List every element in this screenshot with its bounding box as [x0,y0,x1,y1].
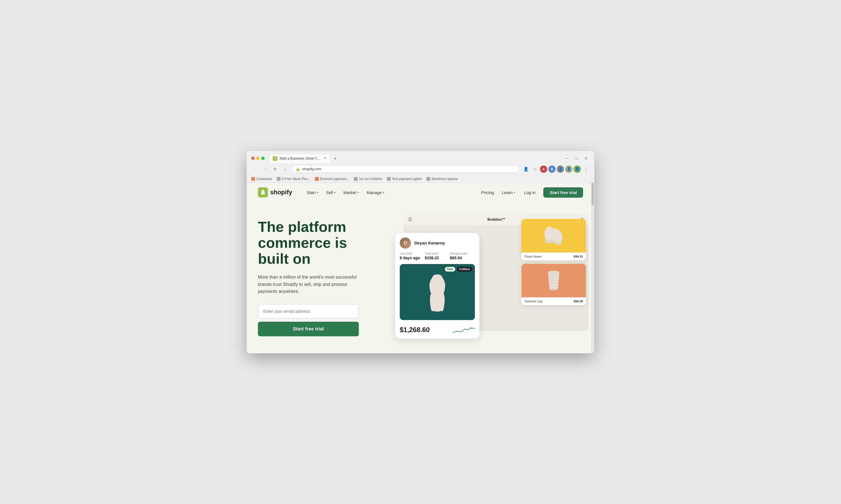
paid-badge: Paid [445,267,455,272]
more-options-button[interactable]: ⋮ [582,165,590,173]
active-tab[interactable]: S Start a Business, Grow Your Busin ✕ [269,154,331,163]
avatar-3[interactable]: 👤 [557,165,564,173]
product-card-1: Cloud Vases $94.51 [521,219,586,260]
nav-links: Start ▾ Sell ▾ Market ▾ Manage ▾ Pricin [303,187,583,198]
svg-point-8 [551,229,559,236]
hero-form: Start free trial [258,304,359,336]
stat-total-spent: Total spent $156.22 [425,252,450,260]
customer-card: D Deyan Kenarny Last order 6 days ago To… [395,233,479,339]
address-bar[interactable]: 🔒 shopify.com [292,165,520,173]
shopify-logo[interactable]: shopify [258,187,292,197]
shopify-logo-icon [258,187,268,197]
customer-stats: Last order 6 days ago Total spent $156.2… [395,252,479,264]
browser-chrome: S Start a Business, Grow Your Busin ✕ + … [247,151,594,183]
nav-login[interactable]: Log in [520,188,540,197]
browser-toolbar: ← → ↻ ⌂ 🔒 shopify.com 👤 ☆ A B 👤 👤 👤 ⋮ [247,163,594,176]
manage-chevron-icon: ▾ [383,191,384,194]
bookmarks-bar: Customize 3 Free Stock Pho... Envision p… [247,176,594,183]
email-input[interactable] [258,304,359,318]
svg-point-16 [548,271,559,273]
product-image-card: Paid Fulfilled [400,264,475,320]
hero-left: The platform commerce is built on More t… [258,213,376,336]
stat-avg-order: Average order $65.54 [450,252,475,260]
home-button[interactable]: ⌂ [281,165,289,173]
maximize-window-button[interactable] [261,157,264,160]
bookmark-test-payment[interactable]: Test payment option [387,177,422,181]
avatar-5[interactable]: 👤 [573,165,581,173]
minimize-icon[interactable]: ─ [563,154,571,162]
nav-sell[interactable]: Sell ▾ [323,188,339,197]
product-card-2-image [521,264,586,298]
reload-button[interactable]: ↻ [271,165,279,173]
stat-last-order: Last order 6 days ago [400,252,425,260]
product-2-price: $66.00 [573,300,583,303]
scrollbar-track [591,183,594,353]
minimize-window-button[interactable] [256,157,260,160]
tab-title: Start a Business, Grow Your Busin [279,157,321,160]
toolbar-icons: 👤 ☆ A B 👤 👤 👤 ⋮ [522,165,590,173]
browser-window: S Start a Business, Grow Your Busin ✕ + … [247,151,594,353]
start-chevron-icon: ▾ [317,191,318,194]
avatar-1[interactable]: A [540,165,547,173]
nav-market[interactable]: Market ▾ [340,188,362,197]
learn-chevron-icon: ▾ [514,191,515,194]
bookmark-customize[interactable]: Customize [251,177,272,181]
avatar-2[interactable]: B [548,165,555,173]
profile-icon-button[interactable]: 👤 [522,165,530,173]
bookmark-stock[interactable]: 3 Free Stock Pho... [277,177,311,181]
fulfilled-badge: Fulfilled [457,267,472,272]
forward-button[interactable]: → [261,165,269,173]
hero-section: The platform commerce is built on More t… [247,202,594,353]
scrollbar-thumb[interactable] [591,183,594,205]
shopify-logo-text: shopify [270,189,292,196]
tab-bar: S Start a Business, Grow Your Busin ✕ + [269,154,559,163]
lock-icon: 🔒 [296,167,300,171]
product-card-2-info: Textured Cup $66.00 [521,298,586,305]
bookmark-storefront[interactable]: Storefront options [426,177,458,181]
product-2-name: Textured Cup [524,300,543,303]
hero-right: ☰ Buddies™ ⇅ D Deyan Kenarny [387,213,583,342]
market-chevron-icon: ▾ [357,191,359,194]
hero-cta-button[interactable]: Start free trial [258,322,359,336]
bookmark-children[interactable]: 1st 1st Children [354,177,382,181]
hero-subtext: More than a million of the world's most … [258,273,359,295]
browser-titlebar: S Start a Business, Grow Your Busin ✕ + … [247,151,594,163]
svg-point-17 [549,288,558,290]
product-card-2: Textured Cup $66.00 [521,264,586,305]
url-text: shopify.com [302,167,516,171]
close-icon[interactable]: ✕ [582,154,590,162]
product-1-name: Cloud Vases [524,255,542,258]
svg-point-9 [545,240,554,243]
hamburger-icon: ☰ [408,217,412,222]
nav-learn[interactable]: Learn ▾ [498,188,518,197]
revenue-row: $1,268.60 [395,323,479,339]
new-tab-button[interactable]: + [331,155,339,163]
customer-avatar: D [400,237,411,249]
hero-headline: The platform commerce is built on [258,219,376,267]
product-1-price: $94.51 [573,255,583,258]
customer-header: D Deyan Kenarny [395,233,479,252]
textured-cup-svg [543,267,565,294]
vase-product-image [423,270,451,314]
restore-icon[interactable]: ▭ [572,154,580,162]
product-cards: Cloud Vases $94.51 [521,219,586,305]
window-controls [251,157,264,160]
shopify-nav: shopify Start ▾ Sell ▾ Market ▾ Manage ▾ [247,183,594,202]
cloud-vase-svg [539,222,568,250]
back-button[interactable]: ← [251,165,259,173]
nav-manage[interactable]: Manage ▾ [363,188,388,197]
star-icon-button[interactable]: ☆ [531,165,539,173]
customer-name: Deyan Kenarny [414,240,445,245]
close-window-button[interactable] [251,157,255,160]
tab-close-button[interactable]: ✕ [323,156,327,161]
nav-start[interactable]: Start ▾ [303,188,322,197]
sell-chevron-icon: ▾ [334,191,336,194]
product-card-1-image [521,219,586,253]
nav-cta-button[interactable]: Start free trial [543,187,583,198]
revenue-amount: $1,268.60 [400,326,430,334]
bookmark-payments[interactable]: Envision payment... [315,177,349,181]
avatar-4[interactable]: 👤 [565,165,572,173]
nav-pricing[interactable]: Pricing [478,188,497,197]
svg-point-10 [554,241,562,245]
tab-favicon: S [273,156,277,161]
